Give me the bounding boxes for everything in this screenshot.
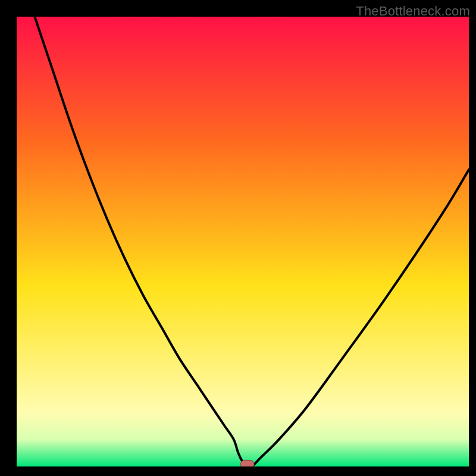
plot-area	[17, 17, 469, 466]
chart-frame: TheBottleneck.com	[0, 0, 476, 476]
chart-svg	[17, 17, 469, 466]
optimal-marker	[240, 460, 254, 466]
gradient-background	[17, 17, 469, 466]
watermark-text: TheBottleneck.com	[356, 4, 470, 19]
